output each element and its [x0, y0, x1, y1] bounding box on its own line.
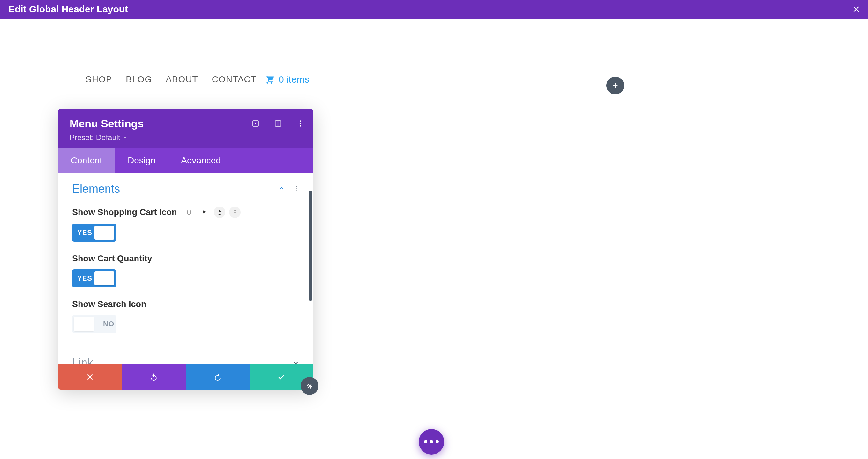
collapse-section-button[interactable]	[278, 185, 285, 193]
toggle-label: NO	[103, 320, 114, 328]
chevron-down-icon	[123, 135, 127, 140]
dot-icon	[430, 440, 433, 443]
nav-item-shop[interactable]: SHOP	[86, 74, 112, 85]
check-icon	[277, 373, 286, 381]
panel-tabs: Content Design Advanced	[58, 148, 313, 173]
tab-content[interactable]: Content	[58, 148, 115, 173]
nav-item-about[interactable]: ABOUT	[166, 74, 198, 85]
redo-icon	[214, 373, 222, 381]
expand-button[interactable]	[251, 119, 260, 128]
phone-icon	[186, 209, 192, 215]
option-show-cart-qty: Show Cart Quantity YES	[72, 254, 299, 287]
option-show-search-icon: Show Search Icon NO	[72, 299, 299, 333]
svg-point-4	[300, 123, 301, 124]
builder-fab[interactable]	[419, 429, 444, 455]
close-button[interactable]	[851, 4, 861, 14]
cart-icon	[265, 74, 274, 85]
hover-button[interactable]	[198, 207, 210, 218]
columns-icon	[274, 119, 282, 128]
redo-button[interactable]	[186, 364, 250, 390]
cart-text: 0 items	[279, 74, 310, 85]
svg-point-3	[300, 120, 301, 122]
more-vertical-icon	[296, 119, 304, 128]
nav-item-blog[interactable]: BLOG	[126, 74, 152, 85]
undo-button[interactable]	[122, 364, 186, 390]
plus-icon	[612, 82, 619, 89]
scrollbar[interactable]	[309, 190, 312, 301]
panel-body[interactable]: Elements Show Shopping Cart Icon	[58, 173, 313, 364]
svg-point-1	[255, 123, 256, 124]
topbar: Edit Global Header Layout	[0, 0, 868, 19]
svg-point-12	[235, 212, 236, 213]
tab-design[interactable]: Design	[115, 148, 168, 173]
panel-more-button[interactable]	[296, 119, 304, 128]
add-section-button[interactable]	[606, 76, 624, 94]
cancel-button[interactable]	[58, 364, 122, 390]
toggle-show-cart-icon[interactable]: YES	[72, 224, 116, 242]
snap-button[interactable]	[274, 119, 282, 128]
option-label: Show Cart Quantity	[72, 254, 152, 264]
preset-label: Preset: Default	[69, 133, 120, 142]
svg-point-5	[300, 125, 301, 126]
option-more-button[interactable]	[229, 207, 241, 218]
chevron-down-icon	[292, 359, 299, 364]
toggle-label: YES	[74, 274, 92, 282]
close-icon	[852, 5, 860, 13]
nav-item-contact[interactable]: CONTACT	[212, 74, 256, 85]
more-vertical-icon	[293, 185, 299, 191]
svg-point-7	[296, 188, 297, 189]
option-label: Show Shopping Cart Icon	[72, 208, 177, 217]
section-more-button[interactable]	[293, 185, 299, 193]
dot-icon	[424, 440, 427, 443]
section-link-title: Link	[72, 356, 93, 364]
toggle-knob	[94, 226, 114, 240]
toggle-show-search-icon[interactable]: NO	[72, 315, 116, 333]
close-icon	[86, 373, 94, 381]
svg-point-8	[296, 190, 297, 190]
panel-footer	[58, 364, 313, 390]
toggle-label: YES	[74, 228, 92, 237]
reset-button[interactable]	[214, 207, 225, 218]
section-link-header[interactable]: Link	[58, 345, 313, 364]
preset-dropdown[interactable]: Preset: Default	[69, 133, 303, 142]
svg-point-11	[235, 210, 236, 211]
more-vertical-icon	[232, 209, 238, 215]
section-elements-title: Elements	[72, 182, 120, 196]
svg-point-10	[189, 214, 190, 214]
option-show-cart-icon: Show Shopping Cart Icon	[72, 207, 299, 242]
option-label: Show Search Icon	[72, 299, 147, 309]
toggle-knob	[94, 271, 114, 285]
header-nav: SHOP BLOG ABOUT CONTACT 0 items	[86, 74, 310, 85]
dot-icon	[436, 440, 439, 443]
resize-icon	[306, 382, 313, 390]
cursor-icon	[202, 209, 207, 215]
resize-handle[interactable]	[301, 377, 318, 395]
responsive-button[interactable]	[183, 207, 195, 218]
undo-icon	[150, 373, 158, 381]
panel-header[interactable]: Menu Settings Preset: Default	[58, 109, 313, 148]
menu-settings-panel: Menu Settings Preset: Default Content De…	[58, 109, 313, 390]
section-elements-header[interactable]: Elements	[72, 182, 299, 196]
toggle-show-cart-qty[interactable]: YES	[72, 269, 116, 287]
svg-point-6	[296, 186, 297, 187]
expand-icon	[251, 119, 260, 128]
undo-icon	[217, 209, 222, 215]
toggle-knob	[74, 317, 94, 331]
page-title: Edit Global Header Layout	[8, 4, 128, 15]
cart-link[interactable]: 0 items	[265, 74, 310, 85]
svg-point-13	[235, 214, 236, 214]
chevron-up-icon	[278, 185, 285, 191]
tab-advanced[interactable]: Advanced	[168, 148, 234, 173]
